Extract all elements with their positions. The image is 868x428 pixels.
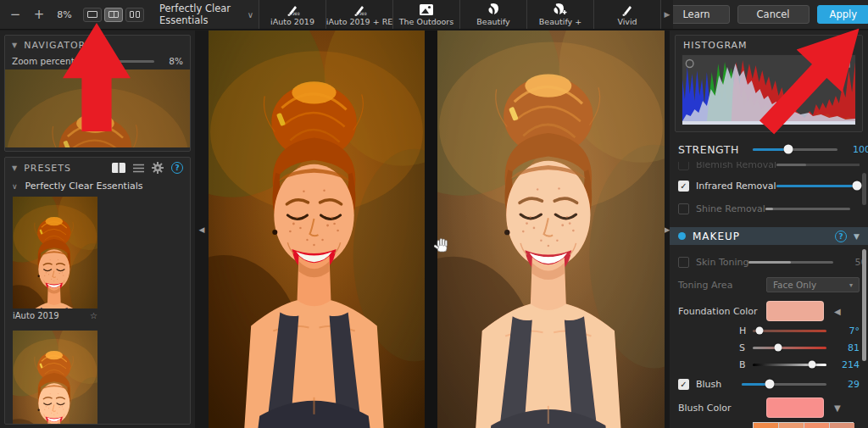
after-image[interactable] [437, 31, 665, 428]
shine-removal-row: Shine Removal 8 [678, 200, 860, 217]
chevron-down-icon[interactable]: ▼ [834, 403, 841, 413]
right-panel: HISTOGRAM ▼ [670, 31, 868, 428]
shine-checkbox[interactable] [678, 203, 689, 214]
image-canvas[interactable] [209, 31, 665, 428]
right-panel-scrollbar[interactable] [862, 31, 866, 428]
palette-swatch[interactable] [804, 423, 829, 428]
view-mode-group [83, 8, 144, 22]
saturation-slider[interactable] [753, 347, 826, 349]
infrared-label: Infrared Removal [696, 181, 776, 192]
saturation-row: S 81 [678, 339, 860, 356]
toning-area-dropdown[interactable]: Face Only ▾ [766, 277, 860, 292]
blush-slider[interactable] [742, 383, 826, 386]
strip-preset-beautify-plus[interactable]: Beautify + [527, 0, 594, 29]
skin-toning-slider[interactable] [748, 261, 833, 264]
side-by-side-icon [130, 11, 134, 18]
palette-swatch[interactable] [754, 423, 778, 428]
presets-title: PRESETS [24, 163, 71, 174]
preset-group-row[interactable]: ∨ Perfectly Clear Essentials [5, 178, 190, 197]
preset-thumb-iauto-2019[interactable]: iAuto 2019 ☆ [13, 197, 97, 322]
list-view-icon[interactable] [133, 164, 144, 173]
strip-preset-the-outdoors[interactable]: The Outdoors [393, 0, 460, 29]
collapse-triangle-icon[interactable]: ▼ [12, 42, 17, 49]
learn-button[interactable]: Learn [663, 5, 729, 24]
strength-label: STRENGTH [678, 143, 753, 156]
infrared-slider[interactable] [776, 185, 861, 187]
blemish-removal-row-clipped: Blemish Removal 23 [678, 162, 860, 173]
hand-cursor [434, 236, 450, 255]
foundation-color-row: Foundation Color ◀ [678, 300, 860, 322]
help-icon[interactable]: ? [171, 162, 183, 174]
blemish-checkbox[interactable] [678, 162, 689, 170]
preset-strip: 2019 iAuto 2019 2019 iAuto 2019 + RE The… [259, 0, 673, 29]
side-by-side-view-button[interactable] [125, 8, 144, 22]
blush-color-swatch[interactable] [766, 397, 824, 418]
blush-checkbox[interactable]: ✓ [678, 379, 689, 390]
foundation-color-swatch[interactable] [766, 301, 824, 321]
svg-text:2019: 2019 [359, 12, 367, 16]
brightness-value: 214 [834, 359, 860, 370]
collapse-left-icon[interactable]: ◀ [834, 307, 841, 316]
gear-icon[interactable] [152, 162, 164, 174]
collapse-triangle-icon[interactable]: ▼ [12, 164, 17, 172]
skin-toning-checkbox[interactable] [678, 257, 689, 268]
preset-thumb-iauto-2019-re[interactable]: iAuto 2019 + RE ☆ [13, 331, 97, 425]
blush-label: Blush [696, 379, 742, 390]
star-icon[interactable]: ☆ [90, 311, 97, 320]
blush-row: ✓ Blush 29 [678, 375, 860, 392]
blush-value: 29 [834, 379, 860, 390]
single-view-button[interactable] [83, 8, 102, 22]
histogram-title: HISTOGRAM [683, 40, 748, 51]
strip-preset-iauto-2019-re[interactable]: 2019 iAuto 2019 + RE [326, 0, 393, 29]
blemish-slider[interactable] [776, 164, 860, 166]
preset-dropdown-value: Perfectly Clear Essentials [159, 3, 239, 26]
svg-text:2019: 2019 [292, 12, 300, 16]
brightness-label: B [739, 359, 753, 370]
blush-color-row: Blush Color ▼ [678, 397, 860, 419]
makeup-title: MAKEUP [693, 231, 740, 242]
single-view-icon [87, 11, 97, 18]
infrared-checkbox[interactable]: ✓ [678, 181, 689, 192]
brightness-row: B 214 [678, 356, 860, 373]
help-icon[interactable]: ? [835, 231, 847, 242]
strength-row: STRENGTH 100 [678, 139, 860, 159]
collapse-triangle-icon[interactable]: ▼ [854, 232, 860, 241]
hue-slider[interactable] [753, 330, 826, 332]
zoom-in-button[interactable]: + [29, 4, 49, 25]
toning-area-label: Toning Area [678, 280, 766, 291]
strip-preset-beautify[interactable]: Beautify [460, 0, 527, 29]
shine-label: Shine Removal [696, 203, 765, 214]
apply-button[interactable]: Apply [817, 5, 868, 24]
shine-slider[interactable] [765, 208, 850, 210]
palette-swatch[interactable] [779, 423, 804, 428]
left-panel-collapse-handle[interactable]: ◀ [195, 31, 209, 428]
cancel-button[interactable]: Cancel [737, 5, 810, 24]
preset-group-dropdown[interactable]: Perfectly Clear Essentials ∨ [159, 3, 253, 26]
zoom-out-button[interactable]: − [5, 4, 25, 25]
strip-scroll-right-icon[interactable]: ▶ [661, 0, 673, 29]
hue-label: H [739, 325, 753, 336]
section-active-dot-icon [678, 232, 686, 240]
scrollbar-thumb[interactable] [862, 249, 866, 361]
toning-area-value: Face Only [773, 280, 816, 290]
saturation-value: 81 [834, 342, 860, 353]
chevron-down-icon: ∨ [248, 10, 253, 19]
split-view-button[interactable] [104, 8, 123, 22]
brush-icon [620, 3, 635, 16]
zoom-level-value: 8% [53, 9, 76, 20]
brush-2019-icon: 2019 [286, 3, 300, 16]
hue-row: H 7° [678, 322, 860, 339]
palette-swatch[interactable] [830, 423, 854, 428]
perfectly-clear-app: − + 8% Perfectly Clear Essentials ∨ 2019… [0, 0, 868, 428]
strength-slider[interactable] [753, 148, 837, 151]
strip-preset-iauto-2019[interactable]: 2019 iAuto 2019 [259, 0, 326, 29]
foundation-color-label: Foundation Color [678, 306, 766, 317]
strip-preset-vivid[interactable]: Vivid [594, 0, 661, 29]
thumbnail-view-icon[interactable] [112, 163, 125, 173]
main-content: ▼ NAVIGATOR Zoom percent 8% ▼ [0, 31, 868, 428]
makeup-section-header[interactable]: MAKEUP ? ▼ [670, 227, 868, 245]
presets-panel: ▼ PRESETS ? [4, 157, 191, 425]
brightness-slider[interactable] [753, 364, 826, 366]
preset-thumb-label: iAuto 2019 [13, 311, 59, 320]
before-image[interactable] [209, 31, 425, 428]
